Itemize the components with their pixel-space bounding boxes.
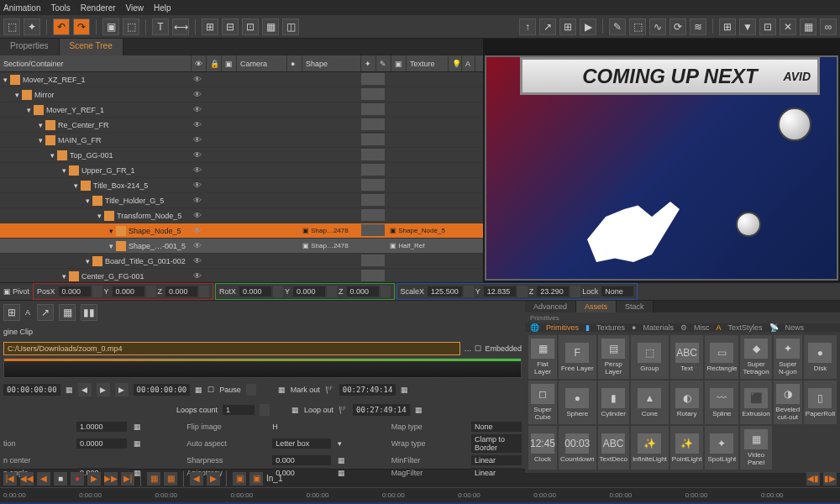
asset-item[interactable]: ▦Flat Layer — [528, 335, 557, 379]
tool-btn[interactable]: ⊡ — [759, 18, 776, 35]
tree-node[interactable]: ▾Title_Holder_G_5👁 — [0, 193, 483, 208]
pos-x-input[interactable]: 0.000 — [59, 286, 91, 297]
asset-item[interactable]: ⬛Extrusion — [740, 381, 771, 424]
move-handle-icon[interactable] — [361, 209, 373, 221]
move-handle-icon[interactable] — [361, 149, 373, 160]
tool-btn[interactable]: ▣ — [102, 18, 119, 35]
timeline-ruler[interactable]: 0:00:000:00:000:00:000:00:000:00:000:00:… — [0, 487, 840, 502]
visibility-toggle[interactable]: 👁 — [192, 119, 203, 131]
asset-item[interactable]: ✨PointLight — [670, 426, 704, 470]
tool-btn[interactable]: ⬚ — [3, 18, 20, 35]
visibility-toggle[interactable]: 👁 — [192, 195, 203, 207]
checker-icon[interactable]: ▦ — [66, 386, 73, 394]
expand-icon[interactable]: ▾ — [109, 242, 113, 250]
tool-btn[interactable]: ⊡ — [242, 18, 259, 35]
key-icon[interactable]: ▣ — [225, 60, 233, 68]
rot-z-input[interactable]: 0.000 — [347, 286, 379, 297]
tab-advanced[interactable]: Advanced — [525, 301, 576, 312]
tool-btn[interactable]: ◫ — [282, 18, 299, 35]
spinner[interactable] — [464, 286, 474, 297]
play-back-button[interactable]: ◀ — [37, 472, 50, 486]
move-handle-icon[interactable] — [373, 164, 385, 176]
tool-layers-icon[interactable]: ≋ — [690, 18, 706, 35]
timecode-start[interactable]: 00:00:00:00 — [3, 384, 60, 396]
pause-checkbox[interactable]: ☐ — [207, 386, 214, 394]
tool-btn[interactable]: ▦ — [800, 18, 816, 35]
cam-dot-icon[interactable]: ● — [291, 60, 295, 68]
tool-btn[interactable]: ▦ — [262, 18, 279, 35]
asset-item[interactable]: ▦Video Panel — [740, 426, 771, 470]
spinner[interactable] — [381, 286, 391, 297]
tree-node[interactable]: ▾Mover_Y_REF_1👁 — [0, 102, 483, 118]
flag-icon[interactable]: 🏴 — [325, 386, 334, 394]
asset-item[interactable]: ✦SpotLight — [705, 426, 738, 470]
rot-x-input[interactable]: 0.000 — [239, 286, 271, 297]
shape-ref[interactable]: ▣ Shap…2478 — [302, 227, 349, 234]
tab-stack[interactable]: Stack — [617, 301, 654, 312]
transport-btn[interactable]: ▦ — [164, 472, 177, 486]
expand-icon[interactable]: ▾ — [86, 197, 90, 205]
spinner[interactable] — [273, 286, 283, 297]
menu-view[interactable]: View — [126, 3, 144, 13]
mark-out-button[interactable]: ▮▶ — [823, 472, 837, 486]
tool-btn[interactable]: ✎ — [609, 18, 626, 35]
asset-item[interactable]: ◆Super Tetragon — [740, 335, 771, 379]
move-handle-icon[interactable] — [373, 179, 385, 191]
transport-btn[interactable]: ◀ — [190, 472, 203, 486]
move-handle-icon[interactable] — [373, 239, 385, 251]
tool-btn[interactable]: ∿ — [649, 18, 666, 35]
move-handle-icon[interactable] — [373, 149, 385, 160]
asset-item[interactable]: ✦Super N-gon — [774, 335, 802, 379]
sharpness-input[interactable]: 0.000 — [272, 455, 331, 465]
expand-icon[interactable]: ▾ — [97, 212, 102, 220]
go-start-button[interactable]: |◀ — [3, 472, 17, 486]
tree-node[interactable]: ▾Transform_Node_5👁 — [0, 208, 483, 223]
flip-h-button[interactable]: H — [272, 423, 331, 431]
move-handle-icon[interactable] — [361, 164, 373, 176]
loop-out-tc[interactable]: 00:27:49:14 — [353, 404, 410, 416]
tree-node[interactable]: ▾Mirror👁 — [0, 87, 483, 102]
pos-y-input[interactable]: 0.000 — [113, 286, 144, 297]
pivot-toggle[interactable]: ▣ — [3, 287, 11, 296]
tl-btn[interactable]: ↗ — [37, 304, 54, 321]
tl-pause-icon[interactable]: ▮▮ — [81, 304, 97, 321]
tool-btn[interactable]: ⊟ — [222, 18, 239, 35]
tree-node[interactable]: ▾Board_Title_G_001-002👁 — [0, 254, 483, 269]
subtab-primitives[interactable]: Primitives — [546, 323, 579, 332]
move-handle-icon[interactable] — [373, 73, 385, 85]
move-handle-icon[interactable] — [373, 118, 385, 130]
asset-item[interactable]: ▮Cylinder — [598, 381, 629, 424]
asset-item[interactable]: ▤Persp Layer — [598, 335, 629, 379]
loop-out-checkbox[interactable]: ▦ — [291, 406, 299, 414]
asset-item[interactable]: 12:45Clock — [528, 426, 557, 470]
spinner[interactable] — [92, 286, 102, 297]
transport-btn[interactable]: ▦ — [147, 472, 160, 486]
spinner[interactable] — [260, 404, 270, 416]
visibility-toggle[interactable]: 👁 — [192, 74, 203, 86]
tool-filter-icon[interactable]: ▼ — [739, 18, 756, 35]
visibility-toggle[interactable]: 👁 — [192, 225, 203, 237]
visibility-toggle[interactable]: 👁 — [192, 104, 203, 116]
move-handle-icon[interactable] — [361, 255, 373, 266]
scale-y-input[interactable]: 12.835 — [484, 286, 516, 297]
move-handle-icon[interactable] — [361, 103, 373, 115]
prop-input[interactable]: 0.0000 — [76, 438, 127, 449]
clip-waveform[interactable] — [3, 358, 522, 378]
visibility-toggle[interactable]: 👁 — [192, 270, 203, 282]
asset-item[interactable]: ▲Cone — [631, 381, 669, 424]
asset-item[interactable]: ABCTextDeco — [598, 426, 629, 470]
tool-btn[interactable]: ↑ — [519, 18, 536, 35]
tree-node[interactable]: ▾Top_GG-001👁 — [0, 148, 483, 163]
asset-item[interactable]: ▯PaperRoll — [804, 381, 837, 424]
expand-icon[interactable]: ▾ — [3, 76, 8, 84]
asset-item[interactable]: ⬚Group — [631, 335, 669, 379]
tool-settings-icon[interactable]: ✕ — [780, 18, 796, 35]
visibility-toggle[interactable]: 👁 — [192, 180, 203, 192]
globe-icon[interactable]: 🌐 — [530, 323, 539, 332]
tree-node[interactable]: ▾MAIN_G_FR👁 — [0, 133, 483, 148]
visibility-toggle[interactable]: 👁 — [192, 134, 203, 146]
tool-btn[interactable]: ⊞ — [719, 18, 736, 35]
expand-icon[interactable]: ▾ — [39, 121, 43, 129]
visibility-toggle[interactable]: 👁 — [192, 89, 203, 101]
record-button[interactable]: ● — [71, 472, 84, 486]
